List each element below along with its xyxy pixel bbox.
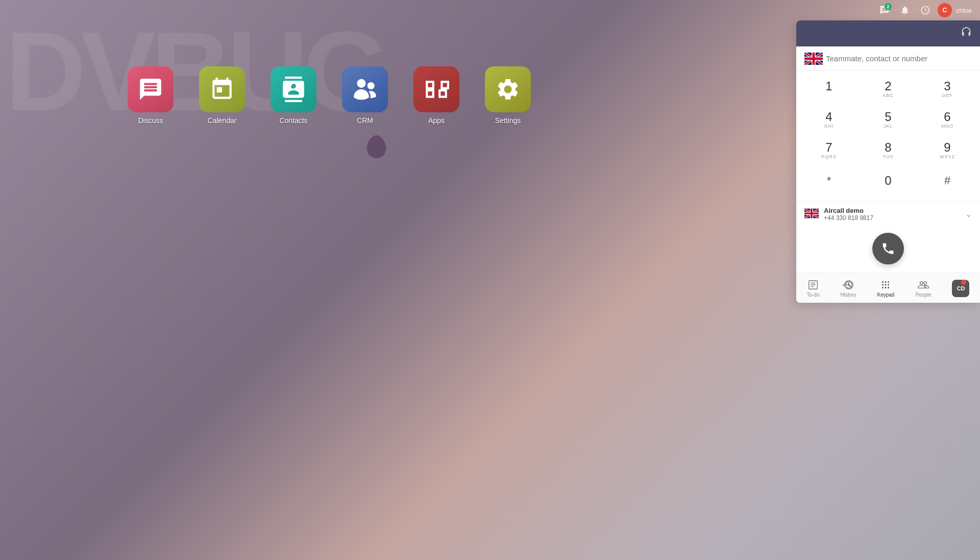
settings-icon <box>485 66 531 112</box>
cd-label: CD <box>957 285 965 291</box>
svg-point-12 <box>883 287 884 288</box>
phone-panel: 1 2 ABC 3 DEF 4 GHI 5 JKL 6 <box>796 20 980 303</box>
key-4[interactable]: 4 GHI <box>808 105 849 134</box>
svg-point-14 <box>888 287 890 288</box>
app-settings[interactable]: Settings <box>480 66 536 125</box>
caller-flag <box>804 208 819 221</box>
chevron-down-icon[interactable]: ⌄ <box>965 209 972 219</box>
dialpad-row-1: 1 2 ABC 3 DEF <box>808 75 968 103</box>
call-button-wrap <box>796 227 980 273</box>
svg-point-13 <box>885 287 887 288</box>
avatar[interactable]: C <box>938 3 952 17</box>
contacts-icon <box>271 66 316 112</box>
apps-label: Apps <box>428 116 445 125</box>
key-8[interactable]: 8 TUV <box>868 136 909 164</box>
nav-people[interactable]: People <box>909 277 937 300</box>
crm-icon <box>342 66 388 112</box>
discuss-icon <box>128 66 174 112</box>
key-6[interactable]: 6 MNO <box>927 105 968 134</box>
dialpad-row-3: 7 PQRS 8 TUV 9 WXYZ <box>808 136 968 164</box>
key-9[interactable]: 9 WXYZ <box>927 136 968 164</box>
username: chloe <box>956 7 972 14</box>
flag-uk <box>804 53 821 64</box>
nav-history[interactable]: History <box>834 277 862 300</box>
call-button[interactable] <box>872 233 904 264</box>
notification-icon[interactable] <box>897 2 913 18</box>
key-0[interactable]: 0 <box>868 166 909 195</box>
phone-search-bar <box>796 46 980 70</box>
nav-people-label: People <box>915 292 931 298</box>
crm-label: CRM <box>357 116 373 125</box>
caller-details: Aircall demo +44 330 818 9817 <box>824 207 960 222</box>
app-discuss[interactable]: Discuss <box>122 66 179 125</box>
svg-point-10 <box>885 284 887 286</box>
svg-point-6 <box>883 281 884 283</box>
dialpad: 1 2 ABC 3 DEF 4 GHI 5 JKL 6 <box>796 70 980 201</box>
key-2[interactable]: 2 ABC <box>868 75 909 103</box>
message-badge: 2 <box>885 3 892 10</box>
app-apps[interactable]: Apps <box>408 66 464 125</box>
nav-history-label: History <box>840 292 856 298</box>
clock-icon[interactable] <box>917 2 934 18</box>
caller-number: +44 330 818 9817 <box>824 214 960 222</box>
svg-point-9 <box>883 284 884 286</box>
calendar-icon <box>199 66 245 112</box>
caller-name: Aircall demo <box>824 207 960 214</box>
calendar-label: Calendar <box>208 116 237 125</box>
app-calendar[interactable]: Calendar <box>194 66 250 125</box>
cd-icon: CD <box>952 280 969 297</box>
nav-keypad[interactable]: Keypad <box>871 277 901 300</box>
headset-icon[interactable] <box>961 27 972 40</box>
key-star[interactable]: * <box>808 166 849 195</box>
nav-cd[interactable]: CD <box>946 278 975 299</box>
key-3[interactable]: 3 DEF <box>927 75 968 103</box>
odoo-drop <box>365 133 388 163</box>
discuss-label: Discuss <box>138 116 163 125</box>
nav-todo-label: To-do <box>806 292 819 298</box>
key-1[interactable]: 1 <box>808 75 849 103</box>
cd-badge <box>961 280 966 285</box>
settings-label: Settings <box>495 116 521 125</box>
apps-grid: Discuss Calendar Contacts CRM Apps Setti… <box>122 66 536 125</box>
dialpad-row-4: * 0 # <box>808 166 968 195</box>
key-5[interactable]: 5 JKL <box>868 105 909 134</box>
phone-bottom-nav: To-do History Keypad <box>796 273 980 303</box>
contacts-label: Contacts <box>279 116 307 125</box>
app-contacts[interactable]: Contacts <box>265 66 322 125</box>
dialpad-row-2: 4 GHI 5 JKL 6 MNO <box>808 105 968 134</box>
svg-point-8 <box>888 281 890 283</box>
phone-header <box>796 20 980 46</box>
svg-point-11 <box>888 284 890 286</box>
messages-icon[interactable]: 2 <box>876 2 893 18</box>
key-7[interactable]: 7 PQRS <box>808 136 849 164</box>
search-input[interactable] <box>826 54 972 63</box>
topbar: 2 C chloe <box>868 0 980 20</box>
apps-icon <box>413 66 459 112</box>
key-hash[interactable]: # <box>927 166 968 195</box>
app-crm[interactable]: CRM <box>337 66 393 125</box>
nav-todo[interactable]: To-do <box>800 277 825 300</box>
nav-keypad-label: Keypad <box>877 292 895 298</box>
caller-info[interactable]: Aircall demo +44 330 818 9817 ⌄ <box>796 201 980 227</box>
svg-point-7 <box>885 281 887 283</box>
